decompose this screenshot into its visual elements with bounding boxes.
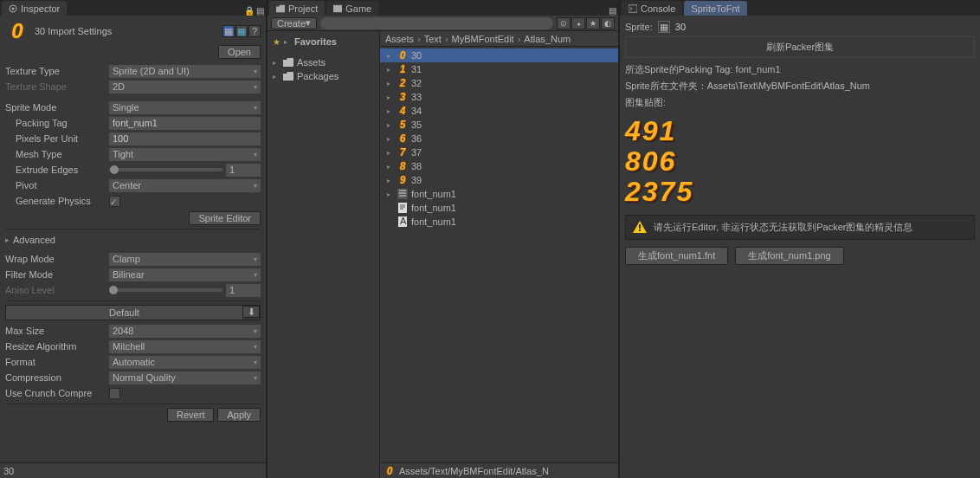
spritetofnt-tab[interactable]: SpriteToFnt (684, 1, 746, 16)
create-button[interactable]: Create ▾ (271, 17, 317, 29)
asset-preview-icon: 0 (5, 19, 29, 43)
asset-name: 33 (411, 92, 422, 102)
file-icon (397, 189, 408, 199)
game-tab-label: Game (345, 3, 371, 14)
packages-folder[interactable]: ▸Packages (269, 69, 377, 83)
project-tab-label: Project (288, 3, 318, 14)
pivot-label: Pivot (5, 180, 109, 191)
console-tab-label: Console (641, 3, 675, 14)
asset-name: 38 (411, 161, 422, 171)
texture-type-dropdown[interactable]: Sprite (2D and UI) (109, 65, 261, 78)
asset-item[interactable]: ▸030 (380, 48, 618, 62)
project-footer-path: Assets/Text/MyBMFontEdit/Atlas_N (399, 466, 549, 476)
asset-item[interactable]: ▸131 (380, 62, 618, 76)
asset-item[interactable]: ▸636 (380, 132, 618, 145)
hidden-packages-icon[interactable]: ◐ (601, 17, 615, 29)
asset-item[interactable]: ▸434 (380, 104, 618, 118)
preset-icon-1[interactable]: ▦ (222, 25, 235, 37)
atlas-label: 图集贴图: (625, 96, 666, 109)
search-filter-icon[interactable]: ⊙ (557, 17, 571, 29)
crumb-bmfont[interactable]: MyBMFontEdit (450, 34, 516, 44)
inspector-footer: 30 (3, 466, 14, 476)
max-size-dropdown[interactable]: 2048 (109, 325, 261, 338)
gen-physics-checkbox[interactable] (109, 196, 120, 207)
texture-shape-label: Texture Shape (5, 81, 109, 92)
crumb-atlas[interactable]: Atlas_Num (522, 34, 572, 44)
search-label-icon[interactable]: ★ (586, 17, 600, 29)
sprite-object-picker-icon[interactable]: ▦ (658, 21, 670, 33)
asset-item[interactable]: ▸939 (380, 173, 618, 187)
footer-glyph-icon: 0 (384, 465, 396, 477)
advanced-foldout[interactable]: Advanced (5, 233, 261, 247)
sprite-editor-button[interactable]: Sprite Editor (189, 211, 261, 225)
page-title: 30 Import Settings (35, 26, 217, 36)
asset-item[interactable]: ▸535 (380, 118, 618, 132)
aniso-label: Aniso Level (5, 285, 109, 295)
sprite-field-value[interactable]: 30 (675, 22, 686, 32)
svg-rect-2 (333, 4, 342, 11)
generate-fnt-button[interactable]: 生成font_num1.fnt (625, 247, 728, 265)
format-dropdown[interactable]: Automatic (109, 356, 261, 369)
aniso-slider (109, 288, 222, 292)
project-tab[interactable]: Project (269, 1, 325, 16)
asset-item[interactable]: ▸232 (380, 76, 618, 90)
assets-folder[interactable]: ▸Assets (269, 55, 377, 69)
apply-button[interactable]: Apply (217, 408, 261, 422)
asset-file[interactable]: ▸Afont_num1 (380, 215, 618, 229)
sprite-field-label: Sprite: (625, 22, 653, 32)
svg-rect-9 (639, 229, 641, 231)
standalone-platform-tab[interactable]: ⬇ (242, 306, 260, 318)
asset-item[interactable]: ▸838 (380, 159, 618, 173)
crunch-checkbox[interactable] (109, 388, 120, 399)
asset-item[interactable]: ▸333 (380, 90, 618, 104)
asset-file[interactable]: ▸font_num1 (380, 201, 618, 215)
breadcrumb: Assets› Text› MyBMFontEdit› Atlas_Num (380, 31, 618, 47)
svg-rect-7 (629, 4, 637, 11)
format-label: Format (5, 357, 109, 367)
sprite-mode-dropdown[interactable]: Single (109, 101, 261, 114)
filter-mode-dropdown[interactable]: Bilinear (109, 268, 261, 281)
extrude-label: Extrude Edges (5, 165, 109, 175)
favorites-item[interactable]: ▸Favorites (269, 35, 377, 48)
ppu-field[interactable] (109, 132, 261, 145)
glyph-icon: 6 (397, 132, 408, 145)
svg-text:A: A (400, 216, 407, 226)
wrap-mode-dropdown[interactable]: Clamp (109, 253, 261, 266)
compression-dropdown[interactable]: Normal Quality (109, 371, 261, 384)
inspector-tab-label: Inspector (21, 3, 60, 14)
extrude-slider[interactable] (109, 168, 222, 171)
folder-info: Sprite所在文件夹：Assets\Text\MyBMFontEdit\Atl… (625, 80, 870, 93)
packing-tag-info: 所选Sprite的Packing Tag: font_num1 (625, 63, 781, 76)
crumb-assets[interactable]: Assets (384, 34, 416, 44)
game-tab[interactable]: Game (326, 1, 378, 16)
mesh-type-dropdown[interactable]: Tight (109, 148, 261, 161)
context-menu-icon[interactable]: ▤ (609, 6, 616, 16)
packing-tag-field[interactable] (109, 117, 261, 130)
lock-icon[interactable]: 🔒 (244, 6, 255, 16)
extrude-value[interactable]: 1 (226, 164, 261, 177)
resize-dropdown[interactable]: Mitchell (109, 340, 261, 353)
asset-file[interactable]: ▸font_num1 (380, 187, 618, 201)
console-tab[interactable]: Console (622, 1, 682, 16)
warning-icon (633, 221, 647, 233)
open-button[interactable]: Open (218, 45, 261, 59)
sprite-mode-label: Sprite Mode (5, 102, 109, 113)
wrap-mode-label: Wrap Mode (5, 254, 109, 264)
inspector-tab[interactable]: Inspector (2, 1, 67, 16)
preset-icon-2[interactable]: ▦ (235, 25, 248, 37)
crumb-text[interactable]: Text (422, 34, 443, 44)
revert-button[interactable]: Revert (167, 408, 214, 422)
context-menu-icon[interactable]: ▤ (256, 6, 264, 16)
search-type-icon[interactable]: ⬥ (571, 17, 585, 29)
refresh-header: 刷新Packer图集 (625, 36, 975, 58)
generate-png-button[interactable]: 生成font_num1.png (735, 247, 843, 265)
help-icon[interactable]: ? (248, 25, 261, 37)
glyph-icon: 4 (397, 105, 408, 117)
search-input[interactable] (320, 17, 553, 29)
warning-box: 请先运行Editor, 非运行状态无法获取到Packer图集的精灵信息 (625, 215, 975, 240)
pivot-dropdown[interactable]: Center (109, 179, 261, 192)
default-platform-tab[interactable]: Default (6, 306, 242, 320)
warning-text: 请先运行Editor, 非运行状态无法获取到Packer图集的精灵信息 (654, 221, 912, 234)
asset-name: 36 (411, 133, 422, 144)
asset-item[interactable]: ▸737 (380, 145, 618, 159)
